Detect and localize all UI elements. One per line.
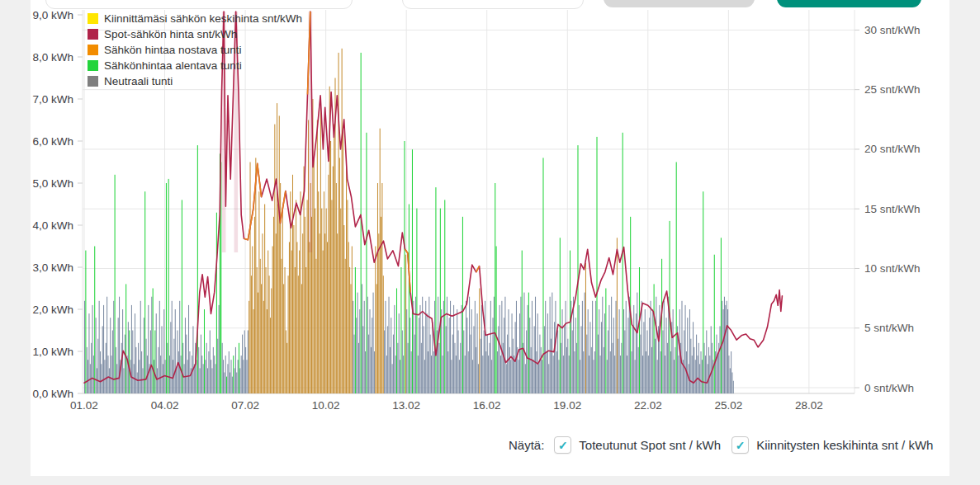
hour-bar[interactable]: [125, 335, 125, 393]
hour-bar[interactable]: [87, 347, 88, 393]
hour-bar[interactable]: [331, 200, 332, 393]
hour-bar[interactable]: [558, 360, 559, 393]
hour-bar[interactable]: [656, 297, 656, 393]
hour-bar[interactable]: [577, 145, 578, 393]
hour-bar[interactable]: [375, 247, 376, 394]
hour-bar[interactable]: [324, 233, 325, 393]
hour-bar[interactable]: [148, 305, 149, 393]
hour-bar[interactable]: [495, 183, 495, 393]
hour-bar[interactable]: [261, 284, 262, 393]
hour-bar[interactable]: [585, 293, 585, 393]
hour-bar[interactable]: [621, 343, 622, 393]
hour-bar[interactable]: [402, 331, 403, 394]
hour-bar[interactable]: [396, 289, 397, 394]
hour-bar[interactable]: [717, 356, 718, 393]
hour-bar[interactable]: [157, 368, 158, 393]
hour-bar[interactable]: [176, 368, 177, 393]
hour-bar[interactable]: [205, 360, 206, 393]
hour-bar[interactable]: [522, 251, 523, 393]
hour-bar[interactable]: [566, 347, 567, 393]
hour-bar[interactable]: [305, 217, 305, 393]
hour-bar[interactable]: [385, 301, 386, 393]
hour-bar[interactable]: [350, 284, 351, 393]
hour-bar[interactable]: [499, 305, 500, 393]
hour-bar[interactable]: [107, 356, 108, 393]
hour-bar[interactable]: [592, 301, 593, 393]
hour-bar[interactable]: [369, 309, 370, 393]
hour-bar[interactable]: [93, 356, 94, 393]
hour-bar[interactable]: [504, 297, 505, 393]
hour-bar[interactable]: [415, 297, 416, 393]
hour-bar[interactable]: [248, 331, 249, 394]
hour-bar[interactable]: [273, 217, 274, 393]
hour-bar[interactable]: [601, 322, 602, 393]
hour-bar[interactable]: [222, 343, 223, 393]
hour-bar[interactable]: [404, 141, 405, 393]
hour-bar[interactable]: [88, 313, 89, 393]
hour-bar[interactable]: [309, 242, 310, 393]
hour-bar[interactable]: [125, 284, 126, 393]
hour-bar[interactable]: [94, 247, 95, 394]
hour-bar[interactable]: [676, 162, 677, 394]
hour-bar[interactable]: [118, 318, 119, 393]
hour-bar[interactable]: [260, 259, 261, 393]
hour-bar[interactable]: [224, 373, 225, 394]
hour-bar[interactable]: [593, 360, 594, 393]
hour-bar[interactable]: [635, 360, 636, 393]
hour-bar[interactable]: [138, 343, 139, 393]
hour-bar[interactable]: [523, 293, 524, 393]
hour-bar[interactable]: [315, 209, 315, 393]
hour-bar[interactable]: [673, 309, 674, 393]
hour-bar[interactable]: [510, 360, 511, 393]
hour-bar[interactable]: [552, 293, 552, 393]
hour-bar[interactable]: [362, 326, 363, 393]
hour-bar[interactable]: [150, 331, 151, 394]
hour-bar[interactable]: [181, 356, 182, 393]
hour-bar[interactable]: [716, 335, 717, 393]
hour-bar[interactable]: [258, 191, 259, 393]
hour-bar[interactable]: [633, 305, 634, 393]
hour-bar[interactable]: [296, 200, 296, 393]
hour-bar[interactable]: [286, 343, 287, 393]
hour-bar[interactable]: [373, 293, 374, 393]
hour-bar[interactable]: [110, 318, 111, 393]
hour-bar[interactable]: [485, 301, 485, 393]
hour-bar[interactable]: [607, 360, 608, 393]
hour-bar[interactable]: [456, 356, 457, 393]
hour-bar[interactable]: [253, 309, 254, 393]
hour-bar[interactable]: [142, 368, 143, 393]
hour-bar[interactable]: [345, 259, 346, 393]
hour-bar[interactable]: [453, 305, 454, 393]
hour-bar[interactable]: [506, 364, 507, 393]
hour-bar[interactable]: [399, 313, 400, 393]
hour-bar[interactable]: [201, 356, 202, 393]
hour-bar[interactable]: [449, 318, 450, 393]
hour-bar[interactable]: [548, 364, 549, 393]
hour-bar[interactable]: [623, 309, 624, 393]
hour-bar[interactable]: [251, 275, 252, 393]
hour-bar[interactable]: [267, 251, 268, 393]
hour-bar[interactable]: [529, 318, 530, 393]
hour-bar[interactable]: [460, 343, 461, 393]
hour-bar[interactable]: [390, 347, 391, 393]
hour-bar[interactable]: [538, 364, 539, 393]
hour-bar[interactable]: [613, 318, 614, 393]
hour-bar[interactable]: [277, 205, 278, 394]
hour-bar[interactable]: [201, 335, 201, 393]
hour-bar[interactable]: [655, 339, 656, 393]
hour-bar[interactable]: [695, 360, 696, 393]
hour-bar[interactable]: [554, 322, 555, 393]
hour-bar[interactable]: [563, 356, 564, 393]
hour-bar[interactable]: [687, 318, 688, 393]
hour-bar[interactable]: [198, 347, 199, 393]
hour-bar[interactable]: [699, 364, 700, 393]
hour-bar[interactable]: [282, 209, 283, 393]
hour-bar[interactable]: [454, 343, 455, 393]
hour-bar[interactable]: [160, 356, 161, 393]
hour-bar[interactable]: [367, 297, 368, 393]
hour-bar[interactable]: [200, 368, 201, 393]
hour-bar[interactable]: [223, 360, 224, 393]
hour-bar[interactable]: [394, 305, 395, 393]
hour-bar[interactable]: [317, 120, 318, 394]
hour-bar[interactable]: [403, 356, 404, 393]
